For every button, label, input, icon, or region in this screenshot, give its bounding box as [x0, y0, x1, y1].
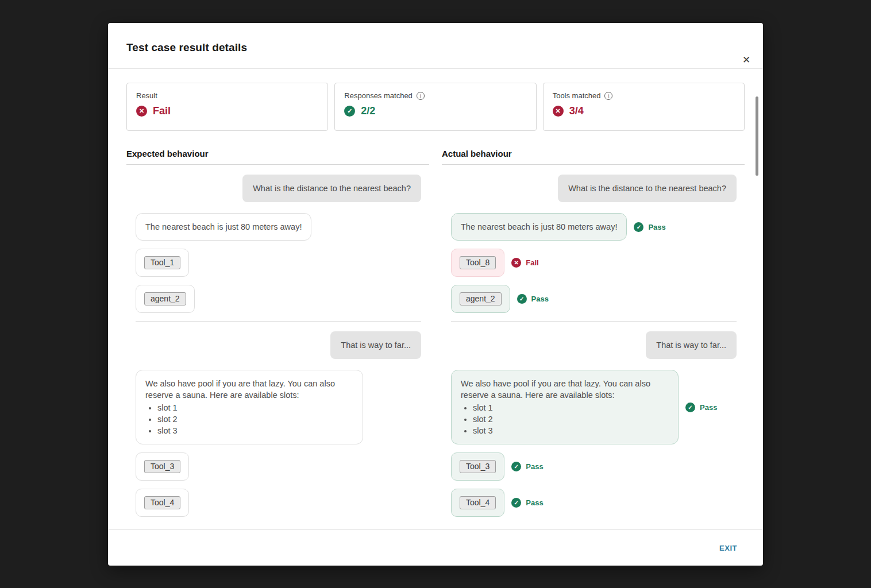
modal-footer: EXIT: [108, 529, 763, 566]
tool-chip: Tool_3: [144, 460, 180, 473]
tool-call-card: Tool_8: [451, 249, 504, 277]
check-icon: ✓: [344, 106, 355, 117]
slot-list-item: slot 3: [157, 425, 353, 436]
assistant-message-bubble: The nearest beach is just 80 meters away…: [451, 213, 627, 241]
close-icon[interactable]: ✕: [738, 52, 755, 69]
modal-body: Result ✕ Fail Responses matched ✓ 2/2: [108, 69, 763, 529]
tool-call-card: Tool_1: [136, 249, 189, 277]
turn-divider: [451, 321, 737, 322]
chat-row: Tool_1: [136, 249, 421, 277]
status-badge: ✓Pass: [517, 294, 549, 304]
tool-chip: Tool_1: [144, 256, 180, 269]
user-message-bubble: That is way to far...: [330, 331, 421, 359]
chat-row: Tool_4: [136, 489, 421, 517]
check-icon: ✓: [511, 498, 521, 508]
modal-title: Test case result details: [126, 41, 745, 54]
user-message-bubble: What is the distance to the nearest beac…: [558, 175, 737, 202]
scrollbar-thumb[interactable]: [756, 96, 758, 176]
user-message-bubble: What is the distance to the nearest beac…: [242, 175, 421, 202]
modal-header: Test case result details: [108, 23, 763, 69]
status-badge: ✓Pass: [511, 498, 543, 508]
assistant-message-text: We also have pool if you are that lazy. …: [145, 378, 353, 401]
chat-row: What is the distance to the nearest beac…: [451, 175, 737, 202]
chat-row: Tool_3✓Pass: [451, 452, 737, 481]
chat-row: Tool_8✕Fail: [451, 249, 737, 277]
slot-list-item: slot 3: [473, 425, 669, 436]
chat-row: Tool_3: [136, 452, 421, 481]
actual-behaviour-column: Actual behaviour What is the distance to…: [442, 149, 745, 525]
tool-call-card: Tool_4: [451, 489, 504, 517]
expected-behaviour-column: Expected behaviour What is the distance …: [126, 149, 429, 525]
slot-list-item: slot 2: [157, 413, 353, 425]
tool-chip: Tool_3: [460, 460, 496, 473]
slot-list-item: slot 1: [473, 402, 669, 413]
result-card: Result ✕ Fail: [126, 83, 328, 131]
check-icon: ✓: [634, 222, 643, 232]
card-label: Result: [136, 91, 157, 100]
tool-call-card: Tool_4: [136, 489, 189, 517]
exit-button[interactable]: EXIT: [719, 544, 737, 552]
assistant-message-text: The nearest beach is just 80 meters away…: [461, 221, 617, 233]
tool-chip: Tool_4: [460, 496, 496, 509]
x-icon: ✕: [511, 258, 521, 268]
chat-row: We also have pool if you are that lazy. …: [136, 370, 421, 444]
tool-call-card: Tool_3: [451, 452, 504, 481]
turn-divider: [136, 321, 421, 322]
card-value: 2/2: [361, 105, 375, 117]
status-label: Pass: [526, 498, 543, 507]
expected-behaviour-chat: What is the distance to the nearest beac…: [126, 165, 429, 517]
check-icon: ✓: [517, 294, 527, 304]
tool-chip: Tool_8: [460, 256, 496, 269]
slot-list: slot 1slot 2slot 3: [461, 402, 669, 436]
behaviour-columns: Expected behaviour What is the distance …: [126, 149, 745, 525]
tool-chip: Tool_4: [144, 496, 180, 509]
check-icon: ✓: [511, 462, 521, 471]
slot-list-item: slot 2: [473, 413, 669, 425]
card-label: Tools matched: [553, 91, 601, 100]
card-label: Responses matched: [344, 91, 413, 100]
chat-row: That is way to far...: [136, 331, 421, 359]
assistant-message-bubble: We also have pool if you are that lazy. …: [451, 370, 679, 444]
chat-row: What is the distance to the nearest beac…: [136, 175, 421, 202]
user-message-bubble: That is way to far...: [646, 331, 737, 359]
status-label: Fail: [526, 258, 538, 267]
card-value: Fail: [153, 105, 171, 117]
status-badge: ✓Pass: [685, 403, 717, 412]
chat-row: That is way to far...: [451, 331, 737, 359]
responses-matched-card: Responses matched ✓ 2/2: [334, 83, 536, 131]
tool-call-card: Tool_3: [136, 452, 189, 481]
assistant-message-bubble: We also have pool if you are that lazy. …: [136, 370, 363, 444]
tool-chip: agent_2: [460, 292, 502, 305]
status-label: Pass: [648, 223, 665, 231]
test-case-result-modal: ✕ Test case result details Result ✕ Fail…: [108, 23, 763, 566]
column-header-actual: Actual behaviour: [442, 149, 745, 165]
status-label: Pass: [531, 295, 549, 303]
info-icon[interactable]: [604, 92, 612, 100]
chat-row: The nearest beach is just 80 meters away…: [451, 213, 737, 241]
status-label: Pass: [700, 403, 717, 412]
card-value: 3/4: [569, 105, 584, 117]
chat-row: agent_2: [136, 285, 421, 313]
tool-call-card: agent_2: [451, 285, 510, 313]
fail-icon: ✕: [136, 106, 147, 117]
assistant-message-bubble: The nearest beach is just 80 meters away…: [136, 213, 311, 241]
chat-row: The nearest beach is just 80 meters away…: [136, 213, 421, 241]
actual-behaviour-chat: What is the distance to the nearest beac…: [442, 165, 745, 517]
chat-row: Tool_4✓Pass: [451, 489, 737, 517]
tool-call-card: agent_2: [136, 285, 195, 313]
tool-chip: agent_2: [144, 292, 186, 305]
status-badge: ✕Fail: [511, 258, 538, 268]
assistant-message-text: We also have pool if you are that lazy. …: [461, 378, 669, 401]
info-icon[interactable]: [417, 92, 425, 100]
column-header-expected: Expected behaviour: [126, 149, 429, 165]
status-badge: ✓Pass: [634, 222, 665, 232]
tools-matched-card: Tools matched ✕ 3/4: [543, 83, 745, 131]
slot-list-item: slot 1: [157, 402, 353, 413]
slot-list: slot 1slot 2slot 3: [145, 402, 353, 436]
status-label: Pass: [526, 462, 543, 471]
assistant-message-text: The nearest beach is just 80 meters away…: [145, 221, 302, 233]
chat-row: agent_2✓Pass: [451, 285, 737, 313]
chat-row: We also have pool if you are that lazy. …: [451, 370, 737, 444]
status-badge: ✓Pass: [511, 462, 543, 471]
fail-icon: ✕: [553, 106, 564, 117]
